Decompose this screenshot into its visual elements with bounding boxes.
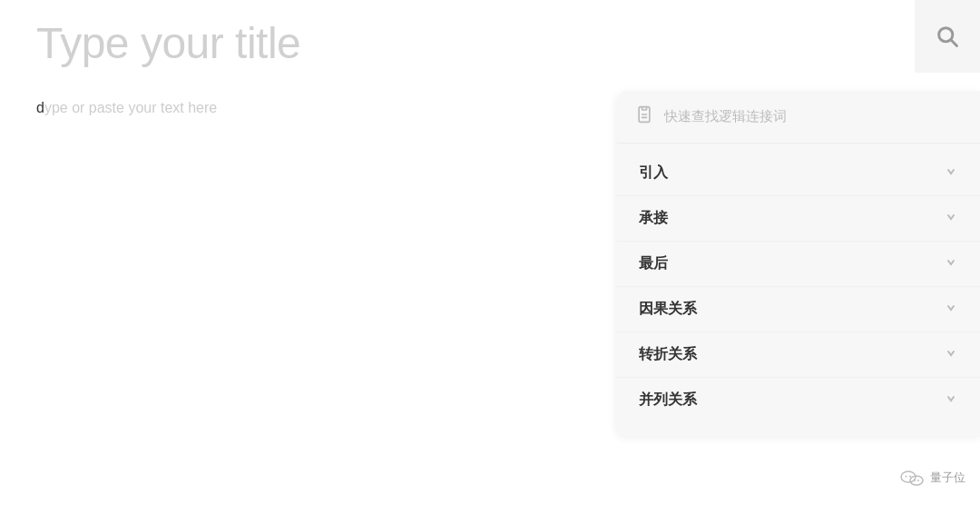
- category-item-transition[interactable]: 承接: [617, 196, 980, 242]
- category-item-intro[interactable]: 引入: [617, 151, 980, 196]
- category-item-parallel[interactable]: 并列关系: [617, 378, 980, 422]
- svg-point-9: [914, 480, 916, 481]
- chevron-icon-parallel: [944, 391, 958, 410]
- category-label-contrast: 转折关系: [639, 345, 697, 364]
- category-item-finally[interactable]: 最后: [617, 242, 980, 287]
- chevron-icon-transition: [944, 210, 958, 228]
- body-placeholder: ype or paste your text here: [44, 100, 217, 115]
- panel-search-bar[interactable]: 快速查找逻辑连接词: [617, 91, 980, 144]
- category-item-causal[interactable]: 因果关系: [617, 287, 980, 332]
- chevron-icon-finally: [944, 255, 958, 273]
- category-item-contrast[interactable]: 转折关系: [617, 332, 980, 378]
- svg-line-1: [951, 40, 956, 45]
- chevron-icon-intro: [944, 164, 958, 183]
- chevron-icon-contrast: [944, 346, 958, 364]
- svg-point-10: [917, 480, 919, 481]
- category-label-intro: 引入: [639, 163, 668, 183]
- brand-name: 量子位: [930, 470, 965, 486]
- svg-rect-2: [642, 107, 647, 110]
- panel-clipboard-icon: [635, 105, 653, 128]
- title-placeholder[interactable]: Type your title: [36, 18, 300, 68]
- category-label-parallel: 并列关系: [639, 391, 697, 410]
- wechat-icon: [899, 465, 925, 490]
- search-icon: [935, 24, 960, 49]
- cursor-char: d: [36, 100, 44, 115]
- svg-point-6: [906, 476, 907, 478]
- right-panel: 快速查找逻辑连接词 引入承接最后因果关系转折关系并列关系: [617, 91, 980, 437]
- category-label-transition: 承接: [639, 209, 668, 228]
- search-icon-button[interactable]: [915, 0, 980, 73]
- svg-point-8: [910, 476, 923, 485]
- category-list: 引入承接最后因果关系转折关系并列关系: [617, 144, 980, 430]
- category-label-finally: 最后: [639, 254, 668, 273]
- category-label-causal: 因果关系: [639, 300, 697, 319]
- panel-search-placeholder[interactable]: 快速查找逻辑连接词: [664, 108, 962, 125]
- watermark: 量子位: [899, 465, 965, 490]
- body-text-area[interactable]: dype or paste your text here: [36, 100, 217, 116]
- chevron-icon-causal: [944, 301, 958, 319]
- svg-point-7: [909, 476, 911, 478]
